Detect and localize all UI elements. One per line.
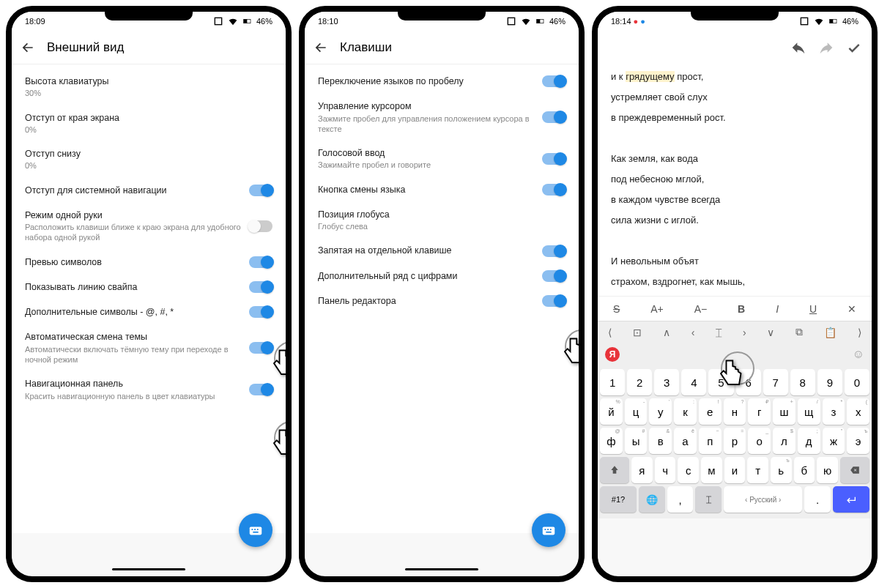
key[interactable]: п~ xyxy=(699,428,722,454)
setting-row[interactable]: Переключение языков по пробелу xyxy=(305,69,579,94)
tool-right-icon[interactable]: ⟩ xyxy=(858,327,861,338)
toggle-switch[interactable] xyxy=(542,270,565,282)
toggle-switch[interactable] xyxy=(249,185,272,196)
toggle-switch[interactable] xyxy=(249,306,272,318)
setting-row[interactable]: Отступ для системной навигации xyxy=(12,178,286,203)
keyboard-fab[interactable] xyxy=(239,513,272,547)
toggle-switch[interactable] xyxy=(249,384,272,395)
setting-row[interactable]: Позиция глобусаГлобус слева xyxy=(305,202,579,239)
setting-row[interactable]: Превью символов xyxy=(12,250,286,275)
key[interactable]: з* xyxy=(823,398,845,425)
enter-key[interactable] xyxy=(833,486,869,513)
setting-row[interactable]: Высота клавиатуры30% xyxy=(12,69,286,105)
font-increase-button[interactable]: A+ xyxy=(650,303,664,315)
tool-fwd-icon[interactable]: › xyxy=(743,327,746,338)
key[interactable]: ы# xyxy=(625,428,648,454)
key[interactable]: 4 xyxy=(681,369,706,395)
key[interactable]: в& xyxy=(649,428,672,454)
key[interactable]: б xyxy=(794,457,815,483)
settings-list[interactable]: Переключение языков по пробелуУправление… xyxy=(305,64,579,533)
setting-row[interactable]: Запятая на отдельной клавише xyxy=(305,238,579,263)
key[interactable]: д; xyxy=(798,428,820,454)
key[interactable]: эъ xyxy=(847,428,869,454)
setting-row[interactable]: Дополнительные символы - @, #, * xyxy=(12,299,286,324)
key[interactable]: ж" xyxy=(823,428,845,454)
back-arrow-icon[interactable] xyxy=(21,40,35,55)
period-key[interactable]: . xyxy=(804,486,831,513)
tool-copy-icon[interactable]: ⧉ xyxy=(795,326,803,338)
strike-icon[interactable]: S xyxy=(613,303,620,315)
toggle-switch[interactable] xyxy=(542,111,565,123)
key[interactable]: 3 xyxy=(654,369,679,395)
key[interactable]: ю xyxy=(817,457,838,483)
key[interactable]: 8 xyxy=(790,369,815,395)
key[interactable]: р= xyxy=(724,428,746,454)
setting-row[interactable]: Панель редактора xyxy=(305,289,579,313)
check-icon[interactable] xyxy=(847,40,861,55)
setting-row[interactable]: Показывать линию свайпа xyxy=(12,275,286,299)
space-key[interactable]: ‹ Русский › xyxy=(724,486,802,513)
setting-row[interactable]: Режим одной рукиРасположить клавиши ближ… xyxy=(12,203,286,250)
tool-up-icon[interactable]: ∧ xyxy=(663,327,670,338)
tool-back-icon[interactable]: ‹ xyxy=(691,327,695,338)
toggle-switch[interactable] xyxy=(249,220,272,232)
comma-key[interactable]: , xyxy=(667,486,694,513)
key[interactable]: с xyxy=(678,457,699,483)
nav-handle[interactable] xyxy=(112,568,185,570)
setting-row[interactable]: Дополнительный ряд с цифрами xyxy=(305,264,579,289)
key[interactable]: у' xyxy=(649,398,672,425)
toggle-switch[interactable] xyxy=(249,256,272,268)
cursor-mode-key[interactable]: ⌶ xyxy=(695,486,722,513)
key[interactable]: 2 xyxy=(627,369,652,395)
italic-button[interactable]: I xyxy=(776,303,779,315)
tool-down-icon[interactable]: ∨ xyxy=(767,327,774,338)
key[interactable]: ш+ xyxy=(773,398,795,425)
editor-content[interactable]: и к грядущему прост,устремляет свой слух… xyxy=(598,64,872,296)
key[interactable]: ф@ xyxy=(600,428,623,454)
redo-icon[interactable] xyxy=(819,40,834,55)
setting-row[interactable]: Кнопка смены языка xyxy=(305,177,579,202)
toggle-switch[interactable] xyxy=(542,245,565,257)
underline-button[interactable]: U xyxy=(809,303,817,315)
close-format-button[interactable]: ✕ xyxy=(848,303,856,315)
settings-list[interactable]: Высота клавиатуры30%Отступ от края экран… xyxy=(12,64,286,533)
backspace-key[interactable] xyxy=(840,457,869,483)
key[interactable]: аё xyxy=(674,428,697,454)
toggle-switch[interactable] xyxy=(249,342,272,354)
globe-key[interactable]: 🌐 xyxy=(639,486,665,513)
yandex-icon[interactable]: Я xyxy=(605,347,620,362)
setting-row[interactable]: Навигационная панельКрасить навигационну… xyxy=(12,371,286,408)
keyboard[interactable]: 1234567890й%ц-у'к:е!н?г₽ш+щ/з*х(ф@ы#в&аё… xyxy=(598,366,872,518)
setting-row[interactable]: Автоматическая смена темыАвтоматически в… xyxy=(12,324,286,371)
key[interactable]: ьъ xyxy=(771,457,792,483)
toggle-switch[interactable] xyxy=(542,75,565,87)
key[interactable]: м xyxy=(701,457,722,483)
setting-row[interactable]: Отступ от края экрана0% xyxy=(12,105,286,142)
toggle-switch[interactable] xyxy=(249,281,272,293)
key[interactable]: т xyxy=(747,457,768,483)
key[interactable]: я xyxy=(631,457,653,483)
key[interactable]: л$ xyxy=(773,428,795,454)
key[interactable]: 1 xyxy=(600,369,625,395)
key[interactable]: 7 xyxy=(763,369,788,395)
key[interactable]: х( xyxy=(847,398,869,425)
tool-paste-icon[interactable]: 📋 xyxy=(824,327,837,338)
key[interactable]: ч xyxy=(655,457,676,483)
setting-row[interactable]: Отступ снизу0% xyxy=(12,141,286,178)
key[interactable]: е! xyxy=(699,398,722,425)
setting-row[interactable]: Управление курсоромЗажмите пробел для уп… xyxy=(305,94,579,141)
key[interactable]: й% xyxy=(600,398,623,425)
tool-select-icon[interactable]: ⊡ xyxy=(633,327,642,338)
key[interactable]: 9 xyxy=(817,369,842,395)
key[interactable]: щ/ xyxy=(798,398,820,425)
toggle-switch[interactable] xyxy=(542,184,565,196)
key[interactable]: ц- xyxy=(625,398,648,425)
bold-button[interactable]: B xyxy=(738,303,745,315)
tool-left-icon[interactable]: ⟨ xyxy=(608,327,612,338)
key[interactable]: о_ xyxy=(748,428,771,454)
setting-row[interactable]: Голосовой вводЗажимайте пробел и говорит… xyxy=(305,141,579,177)
numlock-key[interactable]: #1? xyxy=(600,486,637,513)
key[interactable]: н? xyxy=(724,398,746,425)
key[interactable]: и xyxy=(724,457,746,483)
emoji-icon[interactable]: ☺ xyxy=(853,348,864,361)
